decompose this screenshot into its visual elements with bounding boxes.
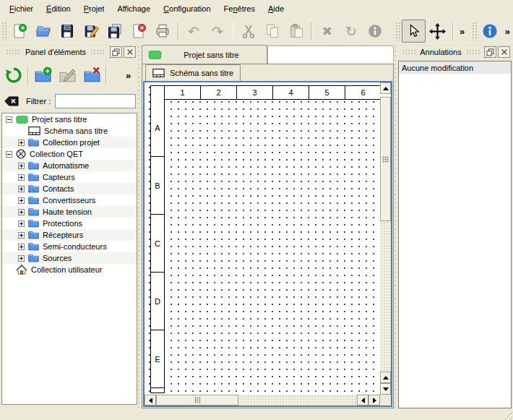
scrollbar-groove[interactable] (380, 221, 391, 372)
tree-item-collection-utilisateur[interactable]: Collection utilisateur (2, 264, 137, 275)
row-header: A (150, 99, 165, 157)
dock-grip-texture (466, 49, 480, 56)
tree-item-label: Protections (43, 219, 82, 228)
filter-input[interactable] (55, 94, 136, 108)
reload-collections-button[interactable] (3, 64, 25, 86)
expand-expander-icon[interactable] (18, 186, 25, 192)
vertical-scrollbar[interactable] (380, 82, 391, 395)
toolbar-overflow-chevron[interactable]: » (457, 26, 467, 37)
toolbar-drag-handle[interactable] (395, 22, 400, 40)
expand-expander-icon[interactable] (18, 163, 25, 169)
left-splitter-handle[interactable] (137, 45, 141, 408)
dock-float-button[interactable] (484, 46, 496, 58)
toolbar-overflow-chevron[interactable]: » (502, 26, 513, 37)
undo-list-item[interactable]: Aucune modification (399, 61, 511, 74)
tree-item-sources[interactable]: Sources (2, 252, 137, 264)
print-button[interactable] (151, 20, 175, 43)
tree-item-recepteurs[interactable]: Récepteurs (2, 229, 137, 241)
menu-aide[interactable]: Aide (262, 2, 290, 15)
clear-filter-button[interactable] (1, 96, 22, 106)
undo-history-list[interactable]: Aucune modification (398, 61, 512, 408)
tree-item-label: Schéma sans titre (44, 127, 108, 135)
tree-item-collection-projet[interactable]: Collection projet (2, 137, 137, 148)
menu-configuration[interactable]: Configuration (157, 2, 217, 15)
tree-item-semi-conducteurs[interactable]: Semi-conducteurs (2, 241, 137, 252)
dock-grip-texture (402, 49, 415, 56)
expand-expander-icon[interactable] (18, 220, 25, 227)
tree-item-schema-sans-titre[interactable]: Schéma sans titre (2, 125, 137, 137)
scroll-up-button-2[interactable] (380, 372, 391, 383)
tree-item-protections[interactable]: Protections (2, 218, 137, 229)
toolbar-drag-handle[interactable] (1, 22, 7, 40)
save-as-button[interactable] (79, 20, 103, 43)
close-icon (501, 48, 508, 56)
menu-fenetres[interactable]: Fenêtres (217, 2, 262, 15)
tree-item-collection-qet[interactable]: Collection QET (2, 148, 137, 160)
column-header: 3 (237, 85, 273, 100)
expand-expander-icon[interactable] (18, 244, 25, 250)
right-splitter-handle[interactable] (394, 45, 397, 408)
tree-item-label: Haute tension (43, 207, 92, 216)
scroll-left-button-2[interactable] (357, 395, 368, 406)
horizontal-scroll-thumb[interactable] (156, 395, 238, 406)
new-category-button[interactable] (32, 64, 53, 86)
tree-item-automatisme[interactable]: Automatisme (2, 160, 137, 171)
expand-expander-icon[interactable] (18, 209, 25, 215)
vertical-scroll-thumb[interactable] (380, 97, 391, 221)
toolbar-separator (105, 67, 107, 84)
open-document-button[interactable] (32, 20, 56, 43)
home-icon (16, 265, 27, 275)
close-document-button[interactable] (127, 20, 151, 43)
dock-float-button[interactable] (110, 46, 122, 58)
menu-affichage[interactable]: Affichage (111, 2, 157, 15)
select-mode-button[interactable] (402, 20, 426, 43)
dock-close-button[interactable] (498, 46, 510, 58)
project-subwindow: Schéma sans titre 1 2 3 4 5 6 A B C D (142, 64, 394, 408)
toolbar-drag-handle[interactable] (472, 22, 477, 40)
tree-item-contacts[interactable]: Contacts (2, 183, 137, 194)
scrollbar-corner (380, 395, 391, 406)
schema-icon (28, 127, 40, 135)
delete-x-icon: ✖ (322, 25, 332, 38)
tree-item-capteurs[interactable]: Capteurs (2, 171, 137, 183)
menu-projet[interactable]: Projet (77, 2, 111, 15)
horizontal-scrollbar[interactable] (145, 395, 380, 406)
diagram-canvas[interactable]: 1 2 3 4 5 6 A B C D E (145, 82, 380, 395)
collapse-expander-icon[interactable] (6, 116, 12, 123)
pan-mode-button[interactable] (426, 20, 449, 43)
window-resize-grip[interactable] (503, 410, 512, 419)
scroll-up-button[interactable] (380, 82, 391, 94)
expand-expander-icon[interactable] (18, 232, 25, 239)
diagram-view[interactable]: 1 2 3 4 5 6 A B C D E (143, 81, 392, 407)
expand-expander-icon[interactable] (18, 197, 25, 204)
menu-edition[interactable]: Édition (40, 2, 77, 15)
panel-overflow-chevron[interactable]: » (123, 70, 134, 81)
project-tab[interactable]: Projet sans titre (142, 45, 267, 64)
schema-tab[interactable]: Schéma sans titre (145, 64, 241, 81)
tree-item-haute-tension[interactable]: Haute tension (2, 206, 137, 218)
undo-panel-titlebar[interactable]: Annulations (397, 45, 512, 59)
save-button[interactable] (56, 20, 79, 43)
expand-expander-icon[interactable] (18, 174, 25, 181)
new-document-button[interactable] (8, 20, 32, 43)
tree-item-convertisseurs[interactable]: Convertisseurs (2, 194, 137, 206)
collapse-expander-icon[interactable] (6, 151, 12, 158)
scrollbar-groove[interactable] (238, 395, 357, 406)
scroll-left-button[interactable] (145, 395, 156, 406)
about-button[interactable] (478, 20, 502, 43)
column-header: 5 (309, 85, 345, 100)
tree-item-projet-sans-titre[interactable]: Projet sans titre (2, 113, 137, 125)
delete-category-button[interactable] (81, 64, 103, 86)
dock-close-button[interactable] (124, 46, 136, 58)
menu-fichier[interactable]: Fichier (3, 2, 40, 15)
toolbar-separator (233, 22, 234, 40)
folder-icon (28, 161, 39, 170)
save-all-button[interactable] (103, 20, 127, 43)
expand-expander-icon[interactable] (18, 140, 25, 146)
rotate-icon: ↻ (345, 25, 357, 38)
tree-item-label: Capteurs (43, 173, 75, 181)
elements-panel-titlebar[interactable]: Panel d'éléments (1, 45, 137, 59)
scroll-down-button[interactable] (380, 383, 391, 395)
scroll-right-button[interactable] (368, 395, 380, 406)
expand-expander-icon[interactable] (18, 255, 25, 262)
